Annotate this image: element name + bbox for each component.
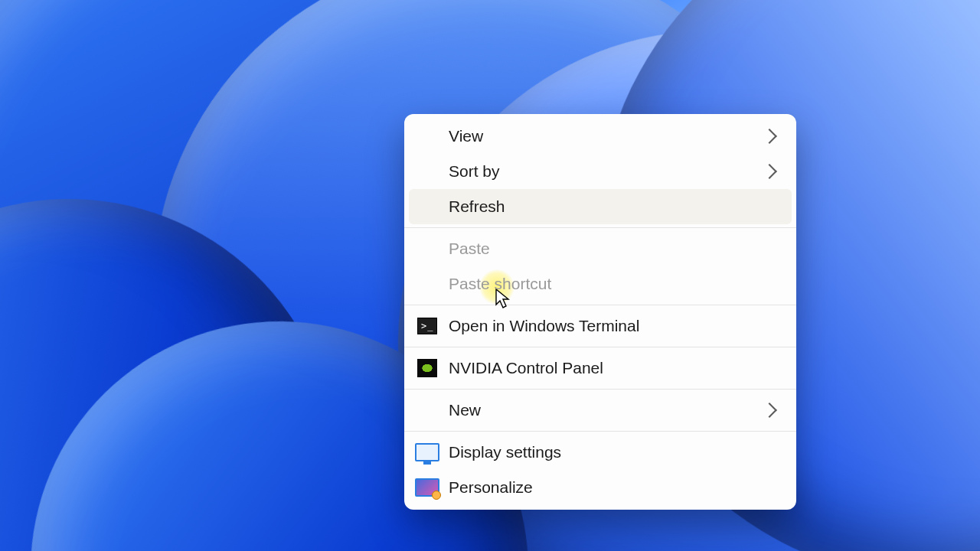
chevron-right-icon xyxy=(762,164,777,179)
chevron-right-icon xyxy=(762,129,777,144)
chevron-right-icon xyxy=(762,403,777,418)
menu-label: View xyxy=(449,127,764,145)
menu-label: Open in Windows Terminal xyxy=(449,317,779,335)
menu-item-view[interactable]: View xyxy=(409,119,792,154)
menu-label: Display settings xyxy=(449,443,779,461)
nvidia-icon xyxy=(413,359,441,377)
menu-item-new[interactable]: New xyxy=(409,393,792,428)
menu-item-paste: Paste xyxy=(409,231,792,266)
terminal-icon: >_ xyxy=(413,318,441,334)
menu-item-nvidia-control-panel[interactable]: NVIDIA Control Panel xyxy=(409,350,792,386)
menu-label: Paste shortcut xyxy=(449,275,779,293)
menu-label: Refresh xyxy=(449,197,779,216)
menu-label: Paste xyxy=(449,240,779,258)
menu-item-paste-shortcut: Paste shortcut xyxy=(409,266,792,302)
menu-separator xyxy=(404,431,796,432)
personalize-icon xyxy=(413,478,441,497)
menu-separator xyxy=(404,347,796,347)
menu-label: Personalize xyxy=(449,478,779,497)
menu-separator xyxy=(404,227,796,228)
menu-item-refresh[interactable]: Refresh xyxy=(409,189,792,224)
menu-item-personalize[interactable]: Personalize xyxy=(409,470,792,505)
menu-item-open-terminal[interactable]: >_ Open in Windows Terminal xyxy=(409,308,792,344)
menu-label: Sort by xyxy=(449,162,764,181)
menu-item-display-settings[interactable]: Display settings xyxy=(409,435,792,470)
menu-item-sort-by[interactable]: Sort by xyxy=(409,154,792,189)
menu-separator xyxy=(404,305,796,305)
menu-label: NVIDIA Control Panel xyxy=(449,359,779,377)
menu-label: New xyxy=(449,401,764,419)
desktop-context-menu: View Sort by Refresh Paste Paste shortcu… xyxy=(404,114,796,510)
display-icon xyxy=(413,443,441,461)
menu-separator xyxy=(404,389,796,390)
